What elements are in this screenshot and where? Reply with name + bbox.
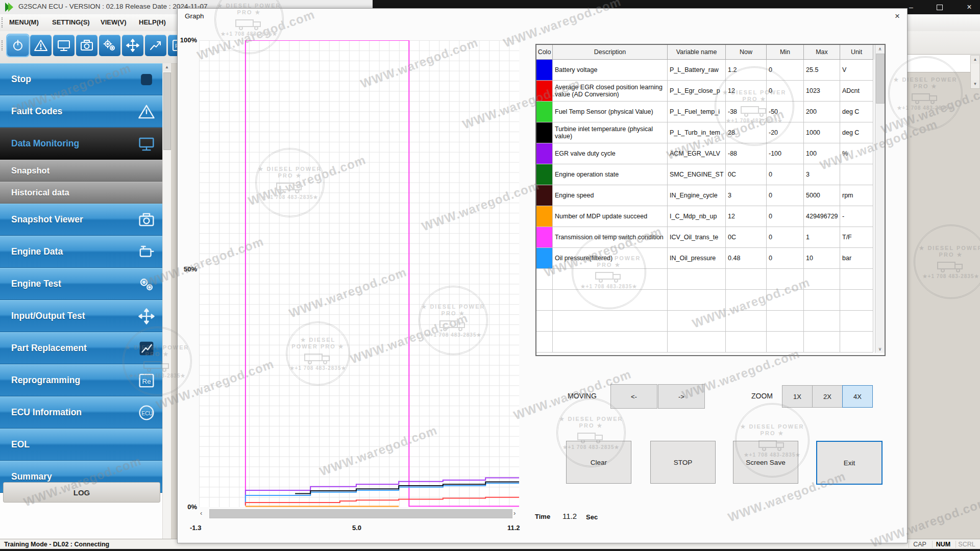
zoom-1x-button[interactable]: 1X: [782, 385, 813, 408]
zoom-4x-button[interactable]: 4X: [842, 385, 873, 408]
chart-arrow-icon: [149, 38, 163, 53]
chart-scroll-left-icon[interactable]: ‹: [200, 509, 202, 517]
monitor-icon: [138, 135, 155, 153]
table-row[interactable]: Fuel Temp Sensor (physical Value) P_L_Fu…: [536, 102, 885, 122]
app-logo-icon: [4, 3, 15, 12]
move-arrows-icon: [138, 308, 155, 325]
graph-dialog: Graph × 100% 50% 0% ‹ › -1.3 5.0 11.2 Co…: [177, 8, 908, 543]
menu-item-setting[interactable]: SETTING(S): [52, 18, 90, 26]
cell-max: 1: [804, 227, 840, 248]
table-row[interactable]: Number of MDP update succeed I_C_Mdp_nb_…: [536, 206, 885, 227]
sidebar-item-snapshot-viewer[interactable]: Snapshot Viewer: [0, 204, 162, 236]
menu-item-help[interactable]: HELP(H): [139, 18, 166, 26]
status-text: Training Mode - DL02 : Connecting: [4, 541, 109, 548]
close-button[interactable]: ×: [961, 2, 978, 12]
cell-min: -100: [767, 143, 804, 164]
status-key-num: NUM: [932, 541, 954, 548]
chart-plot-area: [199, 40, 519, 507]
col-header-color: Colo: [536, 45, 553, 60]
chart-arrow-icon: [138, 340, 155, 357]
table-row[interactable]: EGR valve duty cycle ACM_EGR_VALV -88 -1…: [536, 143, 885, 164]
toolbar-grip: [2, 40, 5, 51]
scroll-up-icon[interactable]: ▲: [163, 63, 171, 71]
cell-description: Oil pressure(filtered): [553, 248, 668, 269]
moving-back-button[interactable]: <-: [610, 384, 657, 409]
engine-icon: [138, 243, 155, 261]
chart-scroll-right-icon[interactable]: ›: [513, 509, 516, 517]
table-row[interactable]: Turbine inlet temperature (physical valu…: [536, 122, 885, 143]
scroll-down-icon[interactable]: ▼: [971, 80, 979, 88]
stop-icon: [138, 71, 155, 88]
cell-now: 0.48: [726, 248, 767, 269]
exit-button[interactable]: Exit: [816, 441, 883, 485]
sidebar-item-part-replacement[interactable]: Part Replacement: [0, 332, 162, 364]
cell-now: -88: [726, 143, 767, 164]
table-row[interactable]: Engine speed IN_Engine_cycle 3 0 5000 rp…: [536, 185, 885, 206]
moving-forward-button[interactable]: ->: [658, 384, 705, 409]
sidebar-item-data-monitoring[interactable]: Data Monitoring: [0, 128, 162, 160]
zoom-2x-button[interactable]: 2X: [812, 385, 843, 408]
table-row-empty[interactable]: [536, 311, 885, 332]
engine-data-button[interactable]: [99, 35, 120, 56]
table-row-empty[interactable]: [536, 332, 885, 353]
menu-item-view[interactable]: VIEW(V): [101, 18, 127, 26]
scroll-down-icon[interactable]: ∨: [875, 345, 885, 353]
scroll-up-icon[interactable]: ∧: [875, 45, 885, 53]
power-icon: [11, 38, 25, 53]
color-swatch: [536, 248, 553, 269]
power-button[interactable]: [7, 35, 29, 56]
part-replacement-button[interactable]: [145, 35, 166, 56]
table-row[interactable]: Oil pressure(filtered) IN_Oil_pressure 0…: [536, 248, 885, 269]
table-row-empty[interactable]: [536, 290, 885, 311]
sidebar-item-reprogramming[interactable]: Reprogramming Re: [0, 364, 162, 396]
table-row-empty[interactable]: [536, 269, 885, 290]
warning-triangle-icon: [138, 103, 155, 120]
col-header-unit: Unit: [840, 45, 873, 60]
cell-unit: T/F: [840, 227, 873, 248]
fault-codes-button[interactable]: [30, 35, 52, 56]
sidebar-item-input-output-test[interactable]: Input/Output Test: [0, 300, 162, 332]
zoom-label: ZOOM: [751, 392, 773, 400]
table-row[interactable]: Engine operation state SMC_ENGINE_ST 0C …: [536, 164, 885, 185]
truck-icon: [911, 90, 940, 105]
scrollbar-thumb[interactable]: [876, 54, 885, 104]
chart-scrollbar[interactable]: [209, 509, 512, 518]
clear-button[interactable]: Clear: [566, 441, 631, 484]
cell-unit: bar: [840, 248, 873, 269]
sidebar-item-engine-data[interactable]: Engine Data: [0, 236, 162, 268]
col-header-max: Max: [804, 45, 840, 60]
sidebar-item-engine-test[interactable]: Engine Test: [0, 268, 162, 300]
data-monitoring-button[interactable]: [53, 35, 75, 56]
table-scrollbar[interactable]: ∧ ∨: [875, 45, 885, 353]
cell-max: 3: [804, 164, 840, 185]
dialog-close-button[interactable]: ×: [891, 11, 903, 22]
sidebar-item-historical-data[interactable]: Historical data: [0, 182, 162, 204]
gears-icon: [103, 38, 117, 53]
sidebar-item-eol[interactable]: EOL: [0, 429, 162, 461]
sidebar-label: Reprogramming: [11, 375, 80, 386]
scroll-up-icon[interactable]: ▲: [971, 56, 979, 64]
time-value: 11.2: [562, 512, 577, 520]
sidebar-item-fault-codes[interactable]: Fault Codes: [0, 95, 162, 128]
log-button[interactable]: LOG: [3, 482, 160, 503]
cell-min: 0: [767, 206, 804, 227]
scrollbar-thumb[interactable]: [163, 72, 171, 150]
maximize-button[interactable]: [931, 2, 948, 12]
io-test-button[interactable]: [122, 35, 143, 56]
sidebar-item-stop[interactable]: Stop: [0, 63, 162, 95]
stop-button[interactable]: STOP: [650, 441, 716, 484]
table-row[interactable]: Transmission oil temp switch condition I…: [536, 227, 885, 248]
sidebar-item-snapshot[interactable]: Snapshot: [0, 160, 162, 182]
menu-item-menu[interactable]: MENU(M): [9, 18, 39, 26]
background-scrollbar[interactable]: ▲ ▼: [970, 55, 980, 89]
sidebar-item-ecu-information[interactable]: ECU Information ECU: [0, 396, 162, 429]
screen-save-button[interactable]: Screen Save: [733, 441, 798, 484]
cell-min: -50: [767, 102, 804, 122]
snapshot-button[interactable]: [76, 35, 97, 56]
cell-unit: deg C: [840, 122, 873, 143]
monitor-icon: [57, 38, 71, 53]
table-row[interactable]: Battery voltage P_L_Battery_raw 1.2 0 25…: [536, 60, 885, 81]
sidebar-scrollbar[interactable]: ▲ ▼: [162, 63, 171, 551]
table-row[interactable]: Average EGR closed position learning val…: [536, 81, 885, 102]
cell-variable: P_L_Egr_close_p: [668, 81, 726, 102]
